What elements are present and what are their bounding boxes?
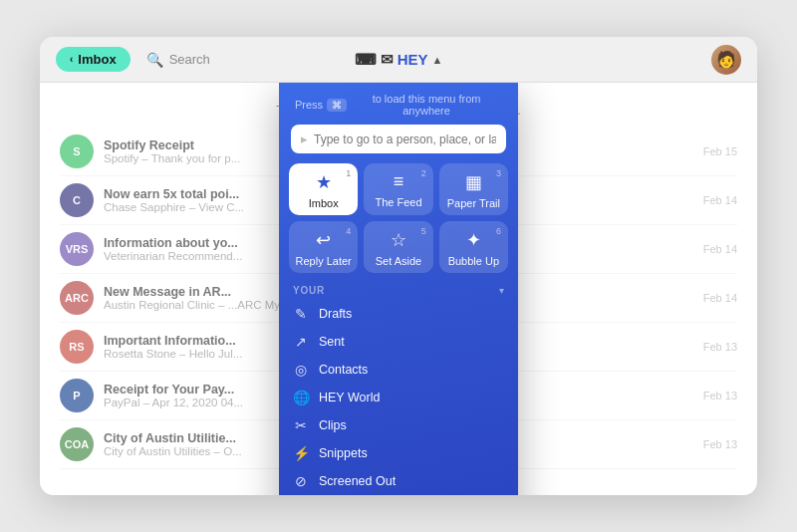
hint-key: ⌘ bbox=[327, 99, 347, 112]
email-date: Feb 14 bbox=[703, 194, 737, 206]
nav-icon: ≡ bbox=[394, 171, 404, 192]
menu-item-sent[interactable]: ↗ Sent bbox=[283, 328, 514, 356]
navigation-menu: Press ⌘ to load this menu from anywhere … bbox=[279, 83, 518, 495]
nav-num: 1 bbox=[346, 168, 351, 178]
email-avatar: COA bbox=[60, 427, 94, 461]
menu-item-icon: 🌐 bbox=[293, 390, 309, 405]
menu-search-box[interactable]: ▸ bbox=[291, 125, 506, 153]
search-label: Search bbox=[169, 52, 210, 67]
search-area: 🔍 Search bbox=[146, 52, 210, 68]
nav-label: Bubble Up bbox=[448, 255, 499, 267]
nav-num: 4 bbox=[346, 226, 351, 236]
menu-list: ✎ Drafts ↗ Sent ◎ Contacts 🌐 HEY World ✂… bbox=[279, 300, 518, 495]
envelope-icon: ✉ bbox=[381, 51, 394, 69]
email-date: Feb 14 bbox=[703, 243, 737, 255]
nav-num: 6 bbox=[496, 226, 501, 236]
menu-item-hey-world[interactable]: 🌐 HEY World bbox=[283, 384, 514, 411]
menu-item-icon: ⚡ bbox=[293, 445, 309, 461]
email-avatar: P bbox=[60, 379, 94, 412]
menu-item-label: Contacts bbox=[319, 363, 368, 377]
menu-search-icon: ▸ bbox=[301, 132, 308, 146]
menu-item-label: Screened Out bbox=[319, 474, 396, 488]
menu-item-icon: ✂ bbox=[293, 417, 309, 433]
email-avatar: RS bbox=[60, 330, 94, 364]
menu-item-label: HEY World bbox=[319, 391, 380, 404]
email-avatar: VRS bbox=[60, 232, 94, 266]
nav-icon: ✦ bbox=[466, 229, 481, 251]
menu-item-icon: ✎ bbox=[293, 306, 309, 322]
menu-hint: Press ⌘ to load this menu from anywhere bbox=[279, 83, 518, 125]
email-avatar: ARC bbox=[60, 281, 94, 315]
nav-label: Imbox bbox=[309, 197, 339, 209]
nav-item-reply-later[interactable]: 4 ↩ Reply Later bbox=[289, 221, 358, 273]
nav-icon: ↩ bbox=[316, 229, 331, 251]
hint-suffix: to load this menu from anywhere bbox=[351, 93, 502, 117]
menu-item-icon: ◎ bbox=[293, 362, 309, 378]
nav-icon: ★ bbox=[316, 171, 332, 193]
nav-label: The Feed bbox=[375, 196, 421, 208]
hey-logo: ⌨ ✉ HEY ▲ bbox=[355, 51, 443, 69]
keyboard-icon: ⌨ bbox=[355, 51, 377, 69]
imbox-button[interactable]: ‹ Imbox bbox=[56, 47, 131, 72]
nav-label: Set Aside bbox=[376, 255, 421, 267]
avatar[interactable]: 🧑 bbox=[711, 45, 741, 75]
email-avatar: S bbox=[60, 134, 94, 168]
email-date: Feb 15 bbox=[703, 145, 737, 157]
menu-item-drafts[interactable]: ✎ Drafts bbox=[283, 300, 514, 328]
menu-item-snippets[interactable]: ⚡ Snippets bbox=[283, 439, 514, 467]
nav-num: 3 bbox=[496, 168, 501, 178]
email-avatar: C bbox=[60, 183, 94, 217]
nav-num: 5 bbox=[421, 226, 426, 236]
toolbar: ‹ Imbox 🔍 Search ⌨ ✉ HEY ▲ 🧑 bbox=[40, 37, 757, 83]
email-date: Feb 13 bbox=[703, 341, 737, 353]
menu-item-screened-out[interactable]: ⊘ Screened Out bbox=[283, 467, 514, 495]
section-label: YOUR bbox=[293, 285, 325, 296]
menu-search-input[interactable] bbox=[314, 133, 496, 146]
caret-icon: ▲ bbox=[431, 54, 442, 66]
menu-item-clips[interactable]: ✂ Clips bbox=[283, 411, 514, 439]
main-content: The place for important things you recei… bbox=[40, 83, 757, 495]
menu-item-label: Snippets bbox=[319, 446, 368, 460]
nav-label: Paper Trail bbox=[447, 197, 500, 209]
nav-num: 2 bbox=[421, 168, 426, 178]
nav-item-paper-trail[interactable]: 3 ▦ Paper Trail bbox=[439, 163, 508, 215]
nav-label: Reply Later bbox=[296, 255, 352, 267]
hey-text: HEY bbox=[398, 51, 428, 68]
hint-press: Press bbox=[295, 99, 323, 111]
search-icon: 🔍 bbox=[146, 52, 163, 68]
nav-item-imbox[interactable]: 1 ★ Imbox bbox=[289, 163, 358, 215]
section-header: YOUR ▾ bbox=[279, 279, 518, 300]
nav-grid: 1 ★ Imbox 2 ≡ The Feed 3 ▦ Paper Trail 4… bbox=[279, 163, 518, 279]
menu-item-label: Sent bbox=[319, 335, 345, 349]
email-date: Feb 13 bbox=[703, 438, 737, 450]
menu-item-icon: ↗ bbox=[293, 334, 309, 350]
menu-item-contacts[interactable]: ◎ Contacts bbox=[283, 356, 514, 384]
email-date: Feb 13 bbox=[703, 390, 737, 401]
nav-item-the-feed[interactable]: 2 ≡ The Feed bbox=[364, 163, 432, 215]
section-chevron-icon: ▾ bbox=[499, 285, 504, 296]
menu-item-label: Clips bbox=[319, 418, 347, 432]
nav-icon: ▦ bbox=[465, 171, 482, 193]
email-date: Feb 14 bbox=[703, 292, 737, 304]
menu-item-icon: ⊘ bbox=[293, 473, 309, 489]
nav-item-bubble-up[interactable]: 6 ✦ Bubble Up bbox=[439, 221, 508, 273]
imbox-label: Imbox bbox=[78, 52, 116, 67]
browser-window: ‹ Imbox 🔍 Search ⌨ ✉ HEY ▲ 🧑 The place f… bbox=[40, 37, 757, 495]
nav-item-set-aside[interactable]: 5 ☆ Set Aside bbox=[364, 221, 432, 273]
back-chevron-icon: ‹ bbox=[70, 54, 73, 65]
menu-item-label: Drafts bbox=[319, 307, 352, 321]
nav-icon: ☆ bbox=[391, 229, 406, 251]
